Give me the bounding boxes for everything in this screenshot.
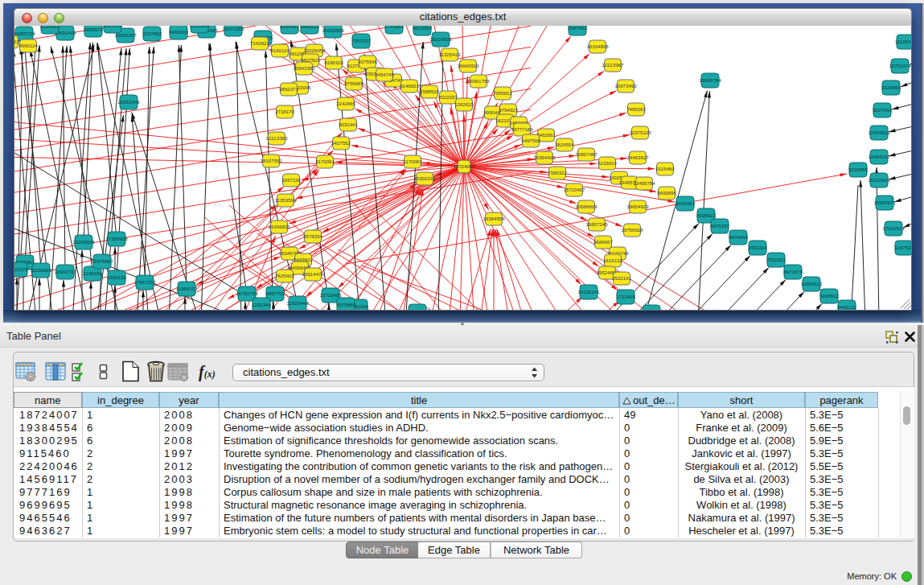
svg-text:15751074: 15751074 [889,63,911,68]
svg-text:11958107: 11958107 [176,286,198,291]
svg-text:2718170: 2718170 [275,109,294,114]
svg-text:13226058: 13226058 [303,47,326,53]
svg-text:1640953: 1640953 [676,200,695,206]
svg-text:1713426: 1713426 [616,294,635,299]
svg-text:16961758: 16961758 [467,78,490,84]
svg-text:19384554: 19384554 [483,216,505,221]
svg-text:7955812: 7955812 [493,90,512,96]
svg-text:5975660: 5975660 [336,302,355,307]
svg-text:8471676: 8471676 [783,269,803,274]
svg-text:19975867: 19975867 [91,258,113,264]
svg-text:10973493: 10973493 [614,83,637,89]
svg-text:2245012: 2245012 [408,308,427,310]
svg-text:1167534: 1167534 [894,245,911,250]
svg-text:2242845: 2242845 [336,101,355,106]
svg-text:17359928: 17359928 [105,236,128,241]
svg-text:2522141: 2522141 [612,275,631,281]
svg-text:9915720: 9915720 [103,26,122,28]
svg-text:9441122: 9441122 [837,304,856,310]
svg-text:2087682: 2087682 [568,26,587,31]
svg-text:12213363: 12213363 [265,135,288,141]
svg-text:15692971: 15692971 [873,200,896,205]
svg-text:16210643: 16210643 [868,177,890,183]
svg-text:9427552: 9427552 [331,140,351,146]
svg-text:7714263: 7714263 [384,26,404,29]
svg-text:9146821: 9146821 [400,83,419,89]
svg-text:18807249: 18807249 [585,221,608,227]
svg-text:9227343: 9227343 [873,107,892,113]
svg-text:16033809: 16033809 [322,27,344,33]
svg-text:16648784: 16648784 [699,77,721,83]
svg-text:9474444: 9474444 [729,234,748,240]
svg-text:3170061: 3170061 [315,159,335,164]
svg-text:10543382: 10543382 [293,65,315,71]
svg-text:16782759: 16782759 [236,290,258,296]
svg-text:14463627: 14463627 [626,154,649,160]
svg-text:8125904: 8125904 [190,26,209,28]
svg-text:18724007: 18724007 [453,163,475,169]
svg-text:9892371: 9892371 [279,86,298,92]
svg-text:3215955: 3215955 [848,167,868,172]
svg-text:9794023: 9794023 [499,107,518,113]
svg-text:8938923: 8938923 [696,212,716,218]
svg-text:3624554: 3624554 [555,142,574,147]
svg-text:14055724: 14055724 [14,31,35,36]
svg-text:8756685: 8756685 [344,80,363,86]
svg-text:8264051: 8264051 [280,26,299,29]
svg-text:8160124: 8160124 [270,47,290,53]
svg-text:1145194: 1145194 [83,270,102,276]
svg-text:1615132: 1615132 [603,257,622,263]
svg-text:16914479: 16914479 [302,271,324,277]
svg-text:3915172: 3915172 [14,266,28,272]
svg-text:7632621: 7632621 [766,257,786,262]
svg-text:7485063: 7485063 [626,106,646,112]
svg-text:8031441: 8031441 [339,122,358,127]
svg-text:7357227: 7357227 [351,38,371,43]
svg-text:19166825: 19166825 [268,224,290,229]
svg-text:1588520: 1588520 [420,89,439,94]
svg-text:8186328: 8186328 [324,60,343,65]
svg-text:12942737: 12942737 [54,269,76,274]
svg-text:19218506: 19218506 [429,36,452,42]
svg-text:10688609: 10688609 [575,204,598,209]
svg-text:19654923: 19654923 [626,204,649,209]
svg-text:9857791: 9857791 [265,290,285,296]
svg-text:9329966: 9329966 [881,84,901,90]
svg-text:8813054: 8813054 [413,26,432,31]
svg-text:12213967: 12213967 [602,62,624,68]
svg-text:12923448: 12923448 [286,300,309,306]
svg-text:19777169: 19777169 [511,126,533,132]
svg-text:2075546: 2075546 [358,59,377,64]
svg-text:17957253: 17957253 [133,279,156,285]
svg-text:9940215: 9940215 [300,26,319,29]
svg-text:7386322: 7386322 [548,170,567,175]
svg-text:11156829: 11156829 [31,267,52,273]
svg-text:10807487: 10807487 [575,151,598,157]
svg-text:11353594: 11353594 [275,197,297,203]
svg-text:16154808: 16154808 [586,43,609,49]
svg-text:11325419: 11325419 [439,51,461,57]
svg-text:14136141: 14136141 [577,289,600,295]
svg-text:5578334: 5578334 [303,233,322,239]
svg-text:3267130: 3267130 [281,177,301,183]
svg-text:19756928: 19756928 [621,227,643,233]
svg-text:6466160: 6466160 [169,29,188,35]
svg-text:9115460: 9115460 [655,166,675,171]
svg-text:17016514: 17016514 [882,225,905,231]
svg-text:12444157: 12444157 [868,154,890,159]
svg-text:15300213: 15300213 [413,175,436,181]
svg-text:13495784: 13495784 [633,180,655,186]
svg-text:1170063: 1170063 [403,159,422,164]
svg-text:6879197: 6879197 [710,223,729,229]
svg-text:20206526: 20206526 [72,239,95,245]
svg-text:2933114: 2933114 [748,245,767,250]
svg-text:1905135: 1905135 [107,274,126,280]
svg-text:7163822: 7163822 [250,40,269,46]
svg-text:9684067: 9684067 [593,239,613,245]
svg-text:9905573: 9905573 [84,27,103,32]
svg-text:10654112: 10654112 [801,281,823,286]
svg-text:12093822: 12093822 [868,130,890,135]
svg-text:1362615: 1362615 [454,101,474,107]
svg-text:6216014: 6216014 [598,160,617,166]
svg-text:11125419: 11125419 [895,39,911,44]
